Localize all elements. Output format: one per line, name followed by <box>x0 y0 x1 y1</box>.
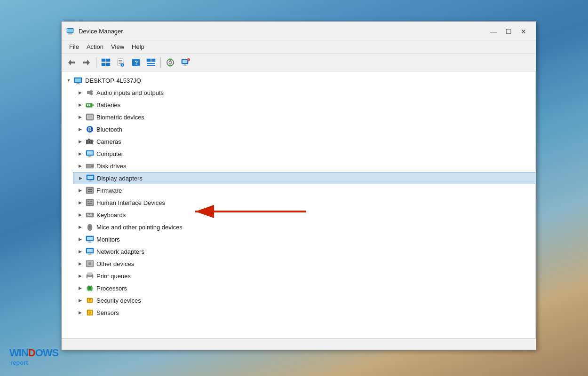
svg-rect-19 <box>151 59 155 62</box>
help-button[interactable]: ? <box>129 56 143 69</box>
svg-rect-76 <box>87 203 92 204</box>
svg-rect-6 <box>102 59 105 62</box>
firmware-icon <box>85 186 95 195</box>
svg-rect-69 <box>87 188 93 193</box>
svg-rect-41 <box>92 104 94 106</box>
svg-rect-2 <box>68 34 72 35</box>
batteries-expand-toggle[interactable]: ▶ <box>77 102 83 108</box>
print-expand-toggle[interactable]: ▶ <box>77 273 83 279</box>
menu-action[interactable]: Action <box>83 42 107 51</box>
monitors-label: Monitors <box>96 236 120 243</box>
tree-item-keyboards[interactable]: ▶ Keyboards <box>73 209 535 221</box>
tree-item-cameras[interactable]: ▶ Cameras <box>73 135 535 148</box>
network-expand-toggle[interactable]: ▶ <box>77 248 83 255</box>
menu-view[interactable]: View <box>107 42 128 51</box>
tree-item-disk[interactable]: ▶ Disk drives <box>73 160 535 172</box>
svg-rect-70 <box>88 189 92 190</box>
svg-point-53 <box>88 141 90 143</box>
cameras-label: Cameras <box>96 138 121 145</box>
back-button[interactable] <box>64 56 79 69</box>
biometric-label: Biometric devices <box>96 114 144 121</box>
hid-label: Human Interface Devices <box>96 199 165 206</box>
menu-help[interactable]: Help <box>128 42 148 51</box>
security-expand-toggle[interactable]: ▶ <box>77 297 83 304</box>
tree-item-firmware[interactable]: ▶ Firmware <box>73 184 535 196</box>
tree-item-sensors[interactable]: ▶ Sensors <box>73 306 535 319</box>
audio-expand-toggle[interactable]: ▶ <box>77 89 83 96</box>
tree-item-computer[interactable]: ▶ Computer <box>73 148 535 160</box>
tree-item-security[interactable]: ▶ Security devices <box>73 294 535 306</box>
processors-expand-toggle[interactable]: ▶ <box>77 285 83 291</box>
tree-item-other[interactable]: ▶ Other devices <box>73 258 535 270</box>
svg-rect-67 <box>88 181 93 182</box>
menu-file[interactable]: File <box>65 42 83 51</box>
svg-text:?: ? <box>135 60 138 66</box>
overview-button[interactable] <box>99 56 113 69</box>
tree-item-batteries[interactable]: ▶ Batteries <box>73 99 535 111</box>
disk-icon <box>85 162 95 170</box>
view-button[interactable] <box>144 56 158 69</box>
svg-rect-13 <box>119 63 121 64</box>
sensors-label: Sensors <box>96 309 119 316</box>
display-expand-toggle[interactable]: ▶ <box>77 175 84 181</box>
tree-item-mice[interactable]: ▶ Mice and other pointing devices <box>73 221 535 233</box>
keyboards-expand-toggle[interactable]: ▶ <box>77 212 83 218</box>
forward-button[interactable] <box>79 56 94 69</box>
mice-expand-toggle[interactable]: ▶ <box>77 224 83 230</box>
minimize-button[interactable]: — <box>487 27 500 36</box>
maximize-button[interactable]: ☐ <box>502 27 515 36</box>
computer-icon <box>85 149 95 158</box>
svg-rect-38 <box>87 91 89 94</box>
monitor-button[interactable]: ! <box>178 56 192 69</box>
svg-rect-43 <box>89 104 90 106</box>
status-bar <box>62 338 536 350</box>
tree-root-item[interactable]: ▼ DESKTOP-4L537JQ <box>62 74 535 86</box>
toolbar-sep-1 <box>96 57 96 68</box>
scan-button[interactable]: ↑ <box>163 56 177 69</box>
tree-item-biometric[interactable]: ▶ Biometric devices <box>73 111 535 123</box>
svg-rect-87 <box>87 237 93 240</box>
device-tree[interactable]: ▼ DESKTOP-4L537JQ ▶ <box>62 71 536 338</box>
network-icon <box>85 247 95 256</box>
svg-rect-89 <box>87 243 92 243</box>
monitors-expand-toggle[interactable]: ▶ <box>77 236 83 243</box>
biometric-icon <box>85 113 95 121</box>
root-label: DESKTOP-4L537JQ <box>85 77 141 84</box>
svg-rect-71 <box>88 191 92 192</box>
sensors-expand-toggle[interactable]: ▶ <box>77 309 83 316</box>
svg-rect-8 <box>102 63 105 66</box>
other-expand-toggle[interactable]: ▶ <box>77 260 83 267</box>
bluetooth-icon: B <box>85 125 95 133</box>
tree-item-bluetooth[interactable]: ▶ B Bluetooth <box>73 123 535 135</box>
computer-label: Computer <box>96 150 123 157</box>
properties-button[interactable]: ? <box>114 56 128 69</box>
hid-expand-toggle[interactable]: ▶ <box>77 199 83 206</box>
bluetooth-expand-toggle[interactable]: ▶ <box>77 126 83 133</box>
svg-text:!: ! <box>188 59 189 61</box>
biometric-expand-toggle[interactable]: ▶ <box>77 114 83 120</box>
root-collapse-toggle[interactable]: ▼ <box>65 77 72 84</box>
svg-rect-99 <box>87 273 92 275</box>
device-manager-window: Device Manager — ☐ ✕ File Action View He… <box>61 21 536 350</box>
tree-item-audio[interactable]: ▶ Audio inputs and outputs <box>73 86 535 99</box>
tree-item-hid[interactable]: ▶ Human Interface Devices <box>73 196 535 209</box>
tree-item-processors[interactable]: ▶ <box>73 282 535 294</box>
tree-item-display[interactable]: ▶ Display adapters <box>73 172 535 184</box>
tree-item-monitors[interactable]: ▶ Monitors <box>73 233 535 245</box>
print-icon <box>85 272 95 280</box>
title-controls: — ☐ ✕ <box>487 27 530 36</box>
computer-expand-toggle[interactable]: ▶ <box>77 150 83 157</box>
other-icon <box>85 259 95 268</box>
firmware-expand-toggle[interactable]: ▶ <box>77 187 83 194</box>
cameras-expand-toggle[interactable]: ▶ <box>77 138 83 145</box>
close-button[interactable]: ✕ <box>517 27 530 36</box>
svg-rect-80 <box>90 214 91 215</box>
tree-item-print[interactable]: ▶ Print queues <box>73 270 535 282</box>
disk-expand-toggle[interactable]: ▶ <box>77 163 83 169</box>
window-title: Device Manager <box>79 28 123 35</box>
svg-rect-21 <box>147 65 155 66</box>
svg-rect-37 <box>76 84 80 85</box>
svg-rect-3 <box>67 29 73 32</box>
tree-item-network[interactable]: ▶ Network adapters <box>73 245 535 258</box>
tree-children: ▶ Audio inputs and outputs ▶ <box>62 86 535 319</box>
